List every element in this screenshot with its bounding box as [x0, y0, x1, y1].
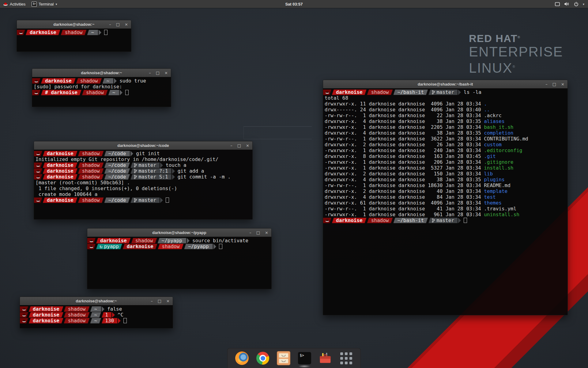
- terminal-content[interactable]: darknoiseshadow~/codegit initInitialized…: [34, 150, 252, 219]
- prompt-segment-path: ~/pyapp: [184, 244, 213, 249]
- power-icon[interactable]: [574, 2, 579, 6]
- prompt-segment-user: darknoise: [43, 197, 77, 203]
- files-icon[interactable]: [277, 351, 291, 365]
- output-line: -rwxrwxr-x. 1 darknoise darknoise 240 Ja…: [323, 148, 567, 153]
- prompt-arrow-cap: [172, 168, 175, 174]
- prompt-segment-user: darknoise: [29, 312, 63, 318]
- minimize-button[interactable]: –: [230, 144, 232, 148]
- maximize-button[interactable]: □: [116, 22, 120, 26]
- window-titlebar[interactable]: darknoise@shadow:~/pyapp –□×: [87, 228, 271, 237]
- prompt-os-icon-segment: [34, 174, 42, 180]
- firefox-icon[interactable]: [235, 351, 249, 365]
- command-text: ^C: [118, 312, 123, 318]
- output-text: drwxrwxr-x. 8 darknoise darknoise 163 Ja…: [325, 153, 484, 159]
- prompt-os-icon-segment: [34, 163, 42, 168]
- prompt-arrow-cap: [112, 312, 115, 318]
- filename-blue: .git: [484, 153, 496, 159]
- output-line: drwxrwxr-x. 2 darknoise darknoise 150 Ja…: [323, 171, 567, 177]
- output-line: drwxrwxr-x. 4 darknoise darknoise 38 Jan…: [323, 177, 567, 182]
- filename-green: .gitignore: [484, 159, 513, 165]
- minimize-button[interactable]: –: [149, 71, 151, 75]
- close-button[interactable]: ×: [246, 144, 249, 148]
- minimize-button[interactable]: –: [109, 22, 111, 26]
- redhat-prompt-icon: [34, 79, 38, 82]
- redhat-prompt-icon: [34, 91, 38, 94]
- redhat-prompt-icon: [325, 219, 329, 222]
- prompt-arrow-cap: [458, 218, 461, 223]
- output-text: -rw-rw-r--. 1 darknoise darknoise 22 Jan…: [325, 113, 484, 118]
- prompt-os-icon-segment: [20, 312, 28, 318]
- filename-green: install.sh: [484, 165, 513, 171]
- terminal-cursor: [464, 218, 467, 223]
- command-text: source bin/activate: [192, 238, 248, 243]
- branding-line-1: RED HAT®: [469, 31, 563, 44]
- maximize-button[interactable]: □: [237, 144, 241, 148]
- prompt-os-icon-segment: [32, 78, 40, 84]
- window-controls: –□×: [230, 141, 249, 150]
- chrome-icon[interactable]: [256, 351, 270, 365]
- prompt-segment-user: darknoise: [96, 238, 131, 243]
- window-title: darknoise@shadow:~: [53, 22, 94, 27]
- prompt-os-icon-segment: [34, 151, 42, 156]
- terminal-window-home-small: darknoise@shadow:~ –□× darknoiseshadow~: [17, 20, 131, 52]
- activities-button[interactable]: Activities: [0, 0, 28, 8]
- maximize-button[interactable]: □: [256, 231, 260, 235]
- prompt-segment-status: 130: [102, 318, 117, 324]
- filename-blue: lib: [484, 171, 493, 177]
- close-button[interactable]: ×: [125, 22, 128, 26]
- window-titlebar[interactable]: darknoise@shadow:~ –□×: [20, 297, 173, 305]
- prompt-os-icon-segment: [34, 197, 42, 203]
- redhat-prompt-icon: [36, 152, 40, 155]
- display-icon[interactable]: [555, 2, 560, 6]
- terminal-content[interactable]: darknoiseshadow~: [17, 29, 131, 52]
- prompt-segment-path: ~/code: [104, 168, 130, 174]
- terminal-content[interactable]: darknoiseshadow~sudo true[sudo] password…: [32, 77, 171, 107]
- window-titlebar[interactable]: darknoise@shadow:~/code –□×: [34, 141, 252, 150]
- close-button[interactable]: ×: [561, 82, 564, 86]
- prompt-line: darknoiseshadow~/codemaster: [34, 197, 252, 203]
- window-titlebar[interactable]: darknoise@shadow:~/bash-it –□×: [323, 80, 567, 89]
- prompt-segment-user: darknoise: [29, 318, 63, 324]
- terminal-window-exitcodes: darknoise@shadow:~ –□× darknoiseshadow~f…: [20, 297, 173, 328]
- output-text: -rw-rw-r--. 1 darknoise darknoise 18630 …: [325, 182, 484, 188]
- output-text: -rwxrwxr-x. 1 darknoise darknoise 240 Ja…: [325, 148, 484, 153]
- redhat-prompt-icon: [22, 319, 26, 322]
- maximize-button[interactable]: □: [158, 299, 161, 303]
- terminal-icon[interactable]: $>: [297, 351, 311, 365]
- terminal-content[interactable]: darknoiseshadow~/pyappsource bin/activat…: [87, 237, 271, 289]
- window-title: darknoise@shadow:~/bash-it: [418, 82, 473, 86]
- close-button[interactable]: ×: [164, 71, 168, 75]
- terminal-content[interactable]: darknoiseshadow~/bash-itmasterls -latota…: [323, 88, 567, 315]
- filename-blue: completion: [484, 130, 513, 136]
- redhat-prompt-icon: [89, 239, 93, 242]
- git-branch-icon: [134, 175, 137, 179]
- chevron-down-icon[interactable]: ▾: [583, 2, 584, 6]
- output-line: [master (root-commit) 50bcb63] .: [34, 180, 252, 186]
- app-menu-terminal[interactable]: $> Terminal ▾: [28, 0, 60, 8]
- maximize-button[interactable]: □: [552, 82, 556, 86]
- output-line: -rw-rw-r--. 1 darknoise darknoise 22 Jan…: [323, 113, 567, 118]
- window-title: darknoise@shadow:~: [81, 71, 122, 75]
- prompt-line: darknoiseshadow~sudo true: [32, 78, 171, 84]
- terminal-content[interactable]: darknoiseshadow~falsedarknoiseshadow~1^C…: [20, 305, 173, 328]
- prompt-segment-host: shadow: [367, 218, 393, 223]
- maximize-button[interactable]: □: [156, 71, 160, 75]
- prompt-segment-path: ~: [90, 318, 101, 324]
- window-titlebar[interactable]: darknoise@shadow:~ –□×: [17, 20, 131, 29]
- prompt-segment-user: darknoise: [43, 163, 77, 168]
- volume-icon[interactable]: [564, 2, 570, 6]
- minimize-button[interactable]: –: [545, 82, 548, 86]
- close-button[interactable]: ×: [166, 299, 170, 303]
- app-grid-icon[interactable]: [339, 351, 353, 365]
- terminal-cursor: [219, 244, 222, 249]
- close-button[interactable]: ×: [265, 231, 268, 235]
- minimize-button[interactable]: –: [249, 231, 251, 235]
- terminal-window-code: darknoise@shadow:~/code –□× darknoisesha…: [34, 141, 253, 220]
- prompt-segment-host: shadow: [64, 318, 90, 324]
- minimize-button[interactable]: –: [151, 299, 153, 303]
- window-titlebar[interactable]: darknoise@shadow:~ –□×: [32, 69, 171, 77]
- prompt-segment-path: ~/code: [104, 197, 130, 203]
- clock[interactable]: Sat 03:57: [285, 2, 303, 6]
- toolbox-icon[interactable]: [318, 351, 332, 365]
- prompt-segment-path: ~/bash-it: [394, 90, 428, 95]
